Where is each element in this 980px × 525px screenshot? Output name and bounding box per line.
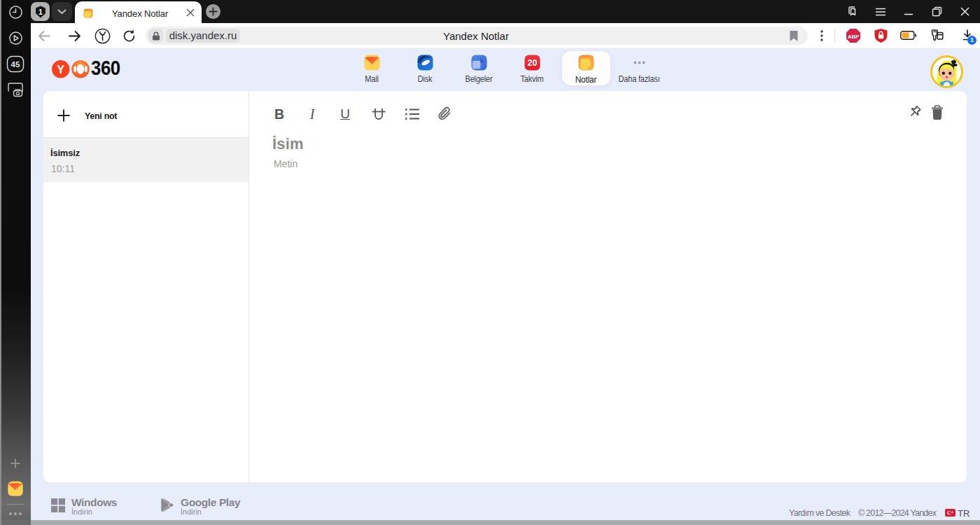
svg-text:45: 45 — [11, 60, 20, 69]
svg-text:20: 20 — [527, 58, 537, 68]
svg-text:Y: Y — [57, 63, 64, 76]
svg-text:1: 1 — [38, 8, 43, 15]
svg-text:ABP: ABP — [848, 34, 859, 40]
